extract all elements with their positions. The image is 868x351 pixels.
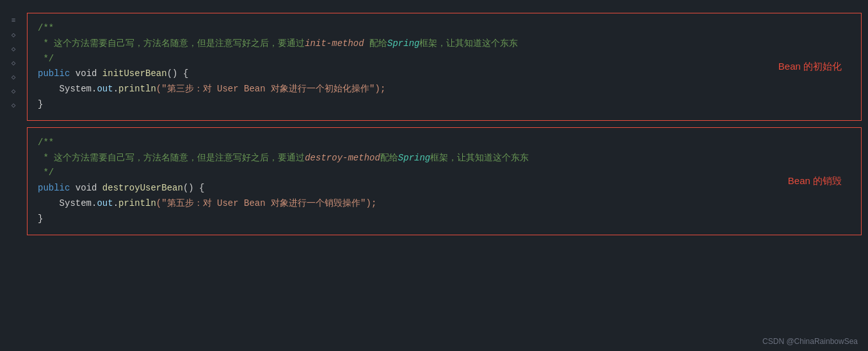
init-annotation: Bean 的初始化 bbox=[778, 61, 842, 73]
init-line-6: } bbox=[38, 97, 851, 113]
destroy-line-2: * 这个方法需要自己写，方法名随意，但是注意写好之后，要通过destroy-me… bbox=[38, 151, 851, 166]
destroy-code-block: Bean 的销毁 /** * 这个方法需要自己写，方法名随意，但是注意写好之后，… bbox=[27, 127, 862, 235]
comment-text: /** bbox=[38, 21, 54, 36]
gutter-fold-icon-1[interactable]: ◇ bbox=[9, 30, 18, 39]
dot-1: . bbox=[92, 82, 97, 97]
paren-2: () { bbox=[183, 181, 205, 196]
indent-2: System bbox=[38, 196, 92, 212]
println-1: println bbox=[118, 82, 156, 97]
comment-spring-2: Spring bbox=[398, 151, 430, 166]
init-line-1: /** bbox=[38, 21, 851, 36]
comment-text-2: /** bbox=[38, 136, 54, 151]
gutter-fold-icon-3[interactable]: ◇ bbox=[9, 58, 18, 67]
dot-3: . bbox=[92, 196, 97, 212]
brace-close-2: } bbox=[38, 212, 43, 227]
gutter-fold-icon-6[interactable]: ◇ bbox=[9, 100, 18, 109]
watermark: CSDN @ChinaRainbowSea bbox=[762, 337, 858, 346]
keyword-public-2: public bbox=[38, 181, 70, 196]
code-area: Bean 的初始化 /** * 这个方法需要自己写，方法名随意，但是注意写好之后… bbox=[27, 6, 868, 242]
gutter-fold-icon-5[interactable]: ◇ bbox=[9, 86, 18, 95]
init-line-5: System.out.println("第三步：对 User Bean 对象进行… bbox=[38, 82, 851, 97]
comment-destroy-method: destroy-method bbox=[305, 151, 380, 166]
out-1: out bbox=[97, 82, 113, 97]
gutter-fold-icon-2[interactable]: ◇ bbox=[9, 44, 18, 53]
comment-part-2: 配给 bbox=[364, 36, 387, 52]
destroy-line-3: */ bbox=[38, 166, 851, 181]
paren-1: () { bbox=[167, 66, 189, 82]
left-gutter: ≡ ◇ ◇ ◇ ◇ ◇ ◇ bbox=[9, 0, 18, 351]
destroy-method-name: destroyUserBean bbox=[102, 181, 183, 196]
init-line-2: * 这个方法需要自己写，方法名随意，但是注意写好之后，要通过init-metho… bbox=[38, 36, 851, 52]
init-method-name: initUserBean bbox=[102, 66, 167, 82]
comment-close-1: */ bbox=[38, 52, 54, 67]
destroy-line-5: System.out.println("第五步：对 User Bean 对象进行… bbox=[38, 196, 851, 212]
string-1: ("第三步：对 User Bean 对象进行一个初始化操作"); bbox=[156, 82, 385, 97]
destroy-line-6: } bbox=[38, 212, 851, 227]
destroy-annotation: Bean 的销毁 bbox=[788, 175, 842, 187]
comment-part-5: 配给 bbox=[380, 151, 398, 166]
destroy-line-1: /** bbox=[38, 136, 851, 151]
main-container: ≡ ◇ ◇ ◇ ◇ ◇ ◇ Bean 的初始化 /** * 这个方法需要自己写，… bbox=[0, 0, 868, 351]
brace-close-1: } bbox=[38, 97, 43, 113]
comment-spring-1: Spring bbox=[387, 36, 419, 52]
indent-1: System bbox=[38, 82, 92, 97]
comment-part-3: 框架，让其知道这个东东 bbox=[419, 36, 518, 52]
init-line-4: public void initUserBean() { bbox=[38, 66, 851, 82]
out-2: out bbox=[97, 196, 113, 212]
init-line-3: */ bbox=[38, 52, 851, 67]
void-2: void bbox=[70, 181, 102, 196]
string-2: ("第五步：对 User Bean 对象进行一个销毁操作"); bbox=[156, 196, 376, 212]
destroy-line-4: public void destroyUserBean() { bbox=[38, 181, 851, 196]
comment-part-4: * 这个方法需要自己写，方法名随意，但是注意写好之后，要通过 bbox=[38, 151, 305, 166]
comment-close-2: */ bbox=[38, 166, 54, 181]
void-1: void bbox=[70, 66, 102, 82]
gutter-menu-icon: ≡ bbox=[9, 16, 18, 25]
comment-init-method: init-method bbox=[305, 36, 364, 52]
comment-part-1: * 这个方法需要自己写，方法名随意，但是注意写好之后，要通过 bbox=[38, 36, 305, 52]
comment-part-6: 框架，让其知道这个东东 bbox=[430, 151, 529, 166]
println-2: println bbox=[118, 196, 156, 212]
keyword-public-1: public bbox=[38, 66, 70, 82]
dot-2: . bbox=[113, 82, 118, 97]
dot-4: . bbox=[113, 196, 118, 212]
init-code-block: Bean 的初始化 /** * 这个方法需要自己写，方法名随意，但是注意写好之后… bbox=[27, 13, 862, 121]
gutter-fold-icon-4[interactable]: ◇ bbox=[9, 72, 18, 81]
